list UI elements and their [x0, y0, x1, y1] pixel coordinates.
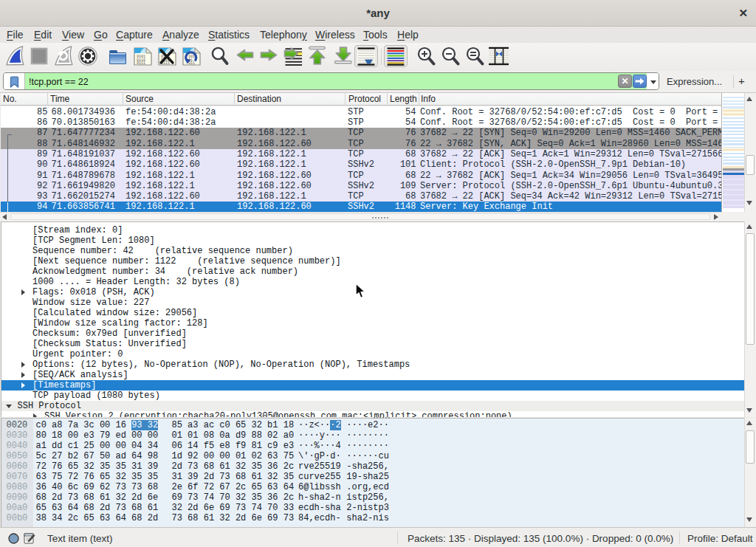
svg-text:011: 011 — [188, 61, 195, 66]
svg-text:0111: 0111 — [137, 61, 145, 66]
